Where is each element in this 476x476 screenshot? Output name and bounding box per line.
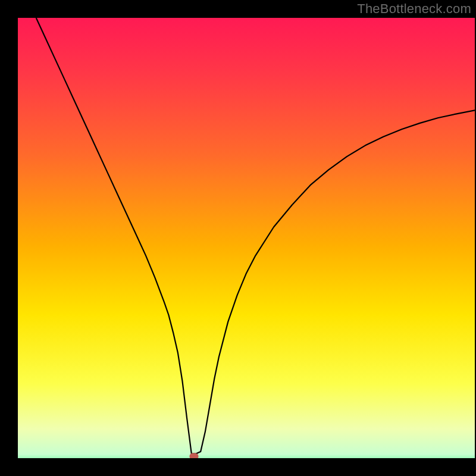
optimum-marker [189, 453, 198, 458]
plot-area [18, 18, 475, 458]
watermark-text: TheBottleneck.com [357, 1, 471, 17]
chart-frame: TheBottleneck.com [0, 0, 476, 476]
bottleneck-curve [18, 18, 475, 458]
